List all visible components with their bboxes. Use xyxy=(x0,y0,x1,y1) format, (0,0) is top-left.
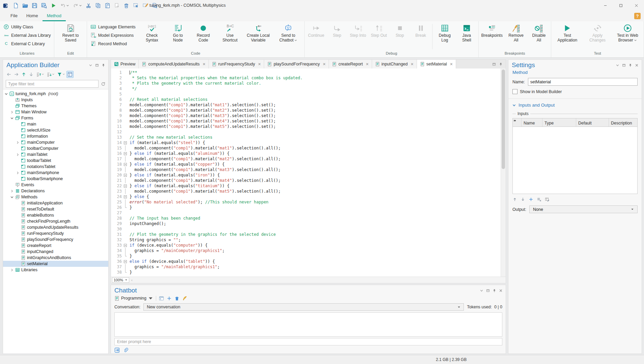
close-tab-icon[interactable]: × xyxy=(258,62,261,66)
editor-tab-preview[interactable]: Preview xyxy=(111,60,139,68)
close-panel-icon[interactable] xyxy=(499,289,503,292)
close-tab-icon[interactable]: × xyxy=(203,62,205,66)
expand-arrow-icon[interactable] xyxy=(10,110,14,114)
ribbon-button-model-expressions[interactable]: a=Model Expressions xyxy=(89,32,137,39)
ribbon-button-record-method[interactable]: Record Method xyxy=(89,40,137,47)
tree-item-tuning-fork-mph[interactable]: Atuning_fork.mph(root) xyxy=(3,91,108,97)
add-input-icon[interactable] xyxy=(529,197,533,202)
ribbon-button-record-code[interactable]: Record Code xyxy=(190,23,217,44)
go-forward-button[interactable] xyxy=(13,71,20,78)
tree-item-inputchanged[interactable]: inputChanged xyxy=(3,249,108,255)
menu-tab-file[interactable]: File xyxy=(6,11,22,21)
collapse-arrow-icon[interactable] xyxy=(10,116,14,120)
duplicate-button[interactable] xyxy=(113,2,121,10)
filter-input[interactable] xyxy=(6,80,99,88)
new-file-button[interactable] xyxy=(12,2,20,10)
vertical-scrollbar[interactable] xyxy=(501,68,506,277)
redo-button[interactable] xyxy=(72,2,83,10)
float-panel-icon[interactable] xyxy=(95,63,99,67)
save-as-button[interactable] xyxy=(40,2,48,10)
fold-marker[interactable] xyxy=(123,259,128,264)
fold-marker[interactable] xyxy=(123,172,128,178)
close-tab-icon[interactable]: × xyxy=(411,62,414,66)
edit-input-icon[interactable] xyxy=(545,197,550,202)
close-panel-icon[interactable] xyxy=(635,63,639,67)
delete-input-icon[interactable] xyxy=(537,197,541,202)
pin-panel-icon[interactable] xyxy=(493,289,496,292)
float-panel-icon[interactable] xyxy=(486,289,490,292)
send-prompt-icon[interactable] xyxy=(114,347,120,353)
tree-item-initializeapplication[interactable]: initializeApplication xyxy=(3,200,108,206)
ribbon-button-debug-log[interactable]: Debug Log xyxy=(433,23,456,44)
show-in-model-builder-checkbox[interactable] xyxy=(512,89,517,94)
expand-arrow-icon[interactable] xyxy=(10,189,14,193)
tree-item-maintablet[interactable]: mainTablet xyxy=(3,151,108,158)
tree-item-enablebuttons[interactable]: enableButtons xyxy=(3,212,108,218)
tree-item-playsoundforfrequency[interactable]: playSoundForFrequency xyxy=(3,236,108,243)
editor-tab-createreport[interactable]: createReport× xyxy=(329,60,372,68)
fold-marker[interactable] xyxy=(123,183,128,189)
panel-menu-icon[interactable] xyxy=(89,63,92,67)
minimize-button[interactable] xyxy=(597,0,613,11)
ribbon-button-language-elements[interactable]: ABCLanguage Elements xyxy=(89,23,137,30)
attach-file-icon[interactable] xyxy=(123,347,128,353)
tree-item-inputs[interactable]: Inputs xyxy=(3,97,108,103)
filter-button[interactable] xyxy=(56,71,66,78)
inputs-table-body[interactable] xyxy=(513,127,637,194)
close-button[interactable] xyxy=(628,0,644,11)
ribbon-button-send-to-chatbot[interactable]: Send to Chatbot xyxy=(273,23,303,44)
fold-marker[interactable] xyxy=(123,151,128,156)
scrollbar-thumb[interactable] xyxy=(502,69,505,169)
tree-item-notationstablet[interactable]: notationsTablet xyxy=(3,164,108,170)
fold-marker[interactable] xyxy=(123,140,128,145)
close-tab-icon[interactable]: × xyxy=(366,62,368,66)
ribbon-button-utility-class[interactable]: Utility Class xyxy=(2,23,52,30)
ribbon-button-disable-all[interactable]: Disable All xyxy=(528,23,550,44)
save-button[interactable] xyxy=(31,2,38,10)
tree-item-events[interactable]: Events xyxy=(3,182,108,188)
collapse-arrow-icon[interactable] xyxy=(10,195,14,199)
conversation-select[interactable]: New conversation xyxy=(143,303,464,311)
new-conversation-icon[interactable] xyxy=(167,296,172,301)
tree-item-toolbarsmartphone[interactable]: toolbarSmartphone xyxy=(3,176,108,182)
ribbon-button-revert-to-saved[interactable]: Revert to Saved xyxy=(55,23,85,44)
tree-item-mainsmartphone[interactable]: mainSmartphone xyxy=(3,170,108,176)
tree-item-main[interactable]: main xyxy=(3,121,108,127)
ribbon-button-java-shell[interactable]: Java Shell xyxy=(456,23,477,44)
tree-item-maincomputer[interactable]: mainComputer xyxy=(3,139,108,145)
pin-panel-icon[interactable] xyxy=(628,63,632,67)
method-name-field[interactable] xyxy=(528,78,638,86)
open-file-button[interactable] xyxy=(21,2,29,10)
code-editor[interactable]: 1/**2 * Sets the material properties whe… xyxy=(111,68,501,277)
panel-menu-icon[interactable] xyxy=(616,63,619,67)
pin-panel-icon[interactable] xyxy=(102,63,105,67)
tree-item-setmaterial[interactable]: setMaterial xyxy=(3,261,108,267)
fold-marker[interactable] xyxy=(123,194,128,199)
editor-tab-setmaterial[interactable]: setMaterial× xyxy=(417,60,456,68)
refresh-icon[interactable] xyxy=(101,82,106,86)
paste-button[interactable] xyxy=(104,2,111,10)
ribbon-button-go-to-node[interactable]: Go to Node xyxy=(166,23,190,44)
tree-item-declarations[interactable]: Declarations xyxy=(3,188,108,194)
editor-tab-inputchanged[interactable]: inputChanged× xyxy=(372,60,417,68)
expand-arrow-icon[interactable] xyxy=(10,268,14,272)
console-icon[interactable] xyxy=(159,296,164,301)
delete-conversation-icon[interactable] xyxy=(174,296,179,301)
tree-item-main-window[interactable]: Main Window xyxy=(3,109,108,115)
undo-button[interactable] xyxy=(59,2,70,10)
ribbon-button-external-c-library[interactable]: CExternal C Library xyxy=(2,40,52,47)
ribbon-button-check-syntax[interactable]: [ABC]Check Syntax xyxy=(138,23,166,44)
close-tab-icon[interactable]: × xyxy=(450,62,453,66)
tree-item-forms[interactable]: Forms xyxy=(3,115,108,121)
zoom-dropdown-icon[interactable] xyxy=(125,279,128,281)
editor-tab-playsoundforfrequency[interactable]: playSoundForFrequency× xyxy=(264,60,329,68)
maximize-button[interactable] xyxy=(613,0,628,11)
show-in-form-editor-button[interactable] xyxy=(67,71,73,78)
inputs-and-output-section[interactable]: Inputs and Output xyxy=(512,103,638,108)
cut-button[interactable] xyxy=(85,2,92,10)
expand-arrow-icon[interactable] xyxy=(16,141,20,144)
tree-item-initgraphicsandbuttons[interactable]: initGraphicsAndButtons xyxy=(3,255,108,261)
fold-marker[interactable] xyxy=(123,243,128,248)
tree-item-libraries[interactable]: Libraries xyxy=(3,267,108,273)
move-up-icon[interactable] xyxy=(512,197,517,202)
